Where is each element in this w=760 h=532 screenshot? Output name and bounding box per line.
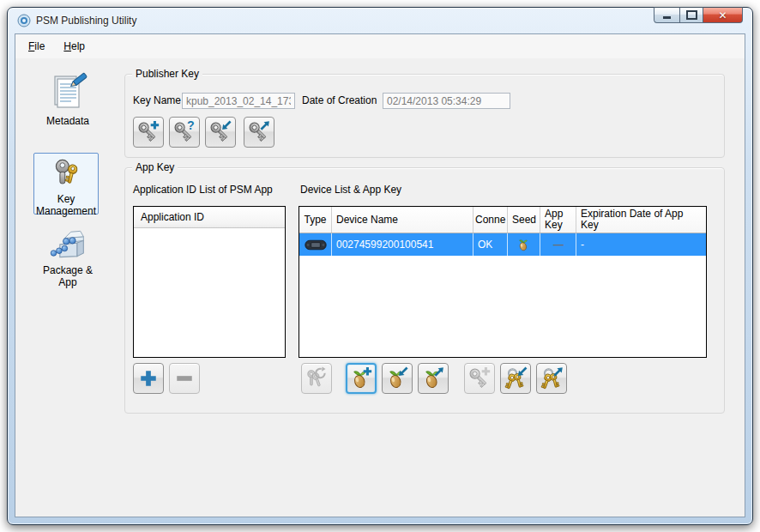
key-question-icon — [172, 120, 196, 144]
key-name-label: Key Name — [133, 93, 181, 109]
app-logo-icon — [17, 14, 31, 27]
column-header-seed[interactable]: Seed — [508, 207, 540, 233]
import-publisher-key-button[interactable] — [205, 117, 236, 148]
app-key-dash: — — [553, 239, 563, 251]
add-application-id-button[interactable] — [133, 363, 164, 394]
device-table-header: Type Device Name Conne Seed App Key Expi… — [299, 207, 706, 233]
device-list-title: Device List & App Key — [300, 182, 401, 198]
sidebar-item-key-management-label: Key Management — [34, 194, 98, 218]
key-import-icon — [208, 120, 232, 144]
connection-status-cell: OK — [473, 233, 508, 256]
psvita-icon — [305, 239, 327, 251]
remove-application-id-button[interactable] — [169, 363, 200, 394]
package-app-icon — [47, 225, 88, 263]
application-id-column-header[interactable]: Application ID — [134, 207, 285, 228]
menu-bar: File Help — [15, 34, 745, 58]
publisher-key-info-button[interactable] — [169, 117, 200, 148]
refresh-device-keys-button[interactable] — [301, 363, 332, 394]
create-seed-button[interactable] — [346, 363, 377, 394]
sidebar-item-key-management[interactable]: Key Management — [33, 153, 99, 215]
sidebar-item-metadata-label: Metadata — [33, 116, 102, 128]
seed-cell — [508, 233, 540, 256]
maximize-icon — [686, 10, 697, 20]
create-app-key-button[interactable] — [464, 363, 495, 394]
seed-export-icon — [421, 366, 445, 390]
export-app-key-button[interactable] — [536, 363, 567, 394]
menu-file[interactable]: File — [22, 37, 51, 56]
sidebar-item-metadata[interactable]: Metadata — [33, 72, 102, 128]
menu-help[interactable]: Help — [57, 37, 91, 56]
column-header-app-key[interactable]: App Key — [540, 207, 576, 233]
device-list-table: Type Device Name Conne Seed App Key Expi… — [299, 206, 707, 358]
app-key-legend: App Key — [132, 161, 178, 173]
minus-icon — [172, 366, 196, 390]
date-of-creation-field[interactable] — [383, 93, 510, 109]
seed-import-icon — [385, 366, 409, 390]
key-plus-icon — [136, 120, 160, 144]
app-window: PSM Publishing Utility ✕ File Help Metad… — [7, 7, 753, 525]
expiration-cell: - — [576, 233, 706, 256]
publisher-key-group: Publisher Key Key Name Date of Creation — [124, 74, 725, 158]
minimize-icon — [663, 16, 671, 19]
key-export-icon — [247, 120, 271, 144]
gold-keys-export-icon — [540, 366, 564, 390]
key-management-icon — [47, 157, 85, 191]
device-type-cell — [299, 233, 332, 256]
close-button[interactable]: ✕ — [703, 7, 743, 23]
app-key-cell: — — [540, 233, 576, 256]
import-app-key-button[interactable] — [500, 363, 531, 394]
window-title: PSM Publishing Utility — [36, 15, 136, 27]
export-seed-button[interactable] — [418, 363, 449, 394]
sidebar-item-package-app-label: Package & App — [33, 265, 102, 289]
gold-keys-import-icon — [504, 366, 528, 390]
metadata-icon — [47, 72, 88, 113]
close-icon: ✕ — [718, 9, 727, 21]
column-header-expiration[interactable]: Expiration Date of App Key — [576, 207, 706, 233]
plus-icon — [136, 366, 160, 390]
column-header-type[interactable]: Type — [299, 207, 332, 233]
create-publisher-key-button[interactable] — [133, 117, 164, 148]
app-key-group: App Key Application ID List of PSM App A… — [124, 167, 725, 414]
client-area: File Help Metadata Key Management Packag… — [15, 33, 745, 517]
key-name-field[interactable] — [182, 93, 295, 109]
key-plus-gray-icon — [467, 366, 492, 390]
seed-icon — [516, 237, 532, 252]
maximize-button[interactable] — [679, 7, 703, 23]
title-bar[interactable]: PSM Publishing Utility ✕ — [8, 8, 752, 33]
export-publisher-key-button[interactable] — [244, 117, 274, 148]
application-id-list-title: Application ID List of PSM App — [133, 182, 273, 198]
column-header-connection[interactable]: Conne — [473, 207, 508, 233]
seed-plus-icon — [349, 366, 373, 390]
device-row-selected[interactable]: 00274599200100541 OK — - — [299, 233, 706, 256]
keys-refresh-icon — [305, 366, 329, 390]
column-header-device-name[interactable]: Device Name — [332, 207, 473, 233]
application-id-list[interactable]: Application ID — [133, 206, 286, 358]
publisher-key-legend: Publisher Key — [132, 68, 202, 80]
import-seed-button[interactable] — [382, 363, 413, 394]
sidebar-item-package-app[interactable]: Package & App — [33, 225, 102, 289]
device-name-cell: 00274599200100541 — [332, 233, 473, 256]
date-of-creation-label: Date of Creation — [302, 93, 377, 109]
minimize-button[interactable] — [654, 7, 679, 23]
